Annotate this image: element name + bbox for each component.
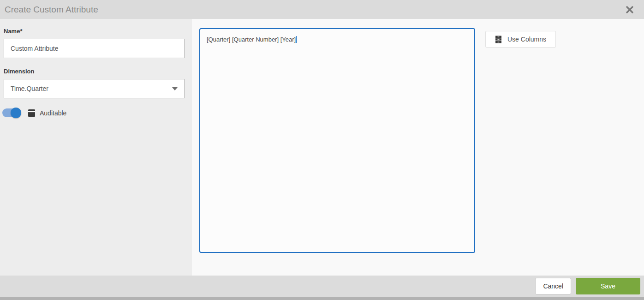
cancel-button[interactable]: Cancel <box>535 278 571 294</box>
auditable-label: Auditable <box>40 109 66 117</box>
name-input[interactable] <box>4 39 185 58</box>
stacked-columns-icon <box>495 36 502 43</box>
dimension-select[interactable]: Time.Quarter <box>4 79 185 98</box>
chevron-down-icon <box>172 87 178 90</box>
dimension-label: Dimension <box>4 68 34 75</box>
dialog-title: Create Custom Attribute <box>5 5 624 15</box>
toggle-knob <box>11 108 21 118</box>
name-label: Name* <box>4 28 22 35</box>
dialog-header: Create Custom Attribute <box>0 0 644 19</box>
attribute-form-panel: Name* Dimension Time.Quarter Auditable <box>0 19 192 276</box>
auditable-row: Auditable <box>2 108 66 118</box>
ledger-book-icon <box>28 109 36 117</box>
dimension-selected-value: Time.Quarter <box>11 85 172 92</box>
formula-textarea[interactable]: [Quarter] [Quarter Number] [Year] <box>199 28 475 253</box>
close-button[interactable] <box>624 4 636 16</box>
close-icon <box>625 5 634 14</box>
save-button[interactable]: Save <box>576 278 640 294</box>
editor-area: [Quarter] [Quarter Number] [Year] Use Co… <box>192 19 644 276</box>
window-bottom-edge <box>0 297 644 300</box>
auditable-toggle[interactable] <box>2 108 21 118</box>
dialog-footer: Cancel Save <box>0 276 644 297</box>
use-columns-button[interactable]: Use Columns <box>485 31 556 48</box>
use-columns-label: Use Columns <box>507 36 546 43</box>
formula-text: [Quarter] [Quarter Number] [Year] <box>207 36 296 43</box>
text-caret <box>296 36 297 43</box>
